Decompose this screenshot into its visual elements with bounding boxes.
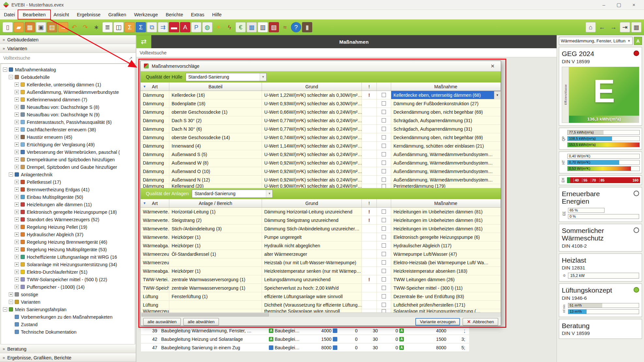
- expand-icon[interactable]: +: [15, 202, 19, 207]
- expand-icon[interactable]: ↗: [129, 56, 132, 61]
- table-row[interactable]: DämmungInnenwand (4)U-Wert 1,14W/(m²K) s…: [141, 142, 501, 150]
- row-checkbox[interactable]: [382, 178, 386, 182]
- cell-massnahme[interactable]: Luftdichtheit prüfen/herstellen (171): [391, 301, 501, 309]
- tree-item[interactable]: −Anlagentechnik: [1, 171, 135, 178]
- row-checkbox[interactable]: [382, 303, 386, 307]
- expand-icon[interactable]: +: [15, 105, 19, 109]
- variant-select[interactable]: Wärmedämmung, Fenster, Lüftun ▼: [559, 37, 633, 45]
- sun-icon[interactable]: ☀: [213, 22, 223, 32]
- cell-massnahme[interactable]: Deckendämmung oben, nicht begehbar (69): [391, 108, 501, 116]
- table-row[interactable]: Dämmungoberste Geschossdecke (14)U-Wert …: [141, 133, 501, 142]
- expand-icon[interactable]: +: [9, 292, 13, 297]
- row-checkbox[interactable]: [382, 294, 386, 298]
- cell-massnahme[interactable]: Außendämmung, Wärmedämmverbundsystem…: [391, 150, 501, 158]
- letter-a-red-icon[interactable]: A: [180, 22, 190, 32]
- collapse-icon[interactable]: −: [3, 307, 7, 311]
- table-row[interactable]: Wärmeabga…Heizkörper (1)Hydraulik nicht …: [141, 241, 501, 250]
- tree-item[interactable]: −Gebäudehülle: [1, 73, 135, 81]
- tree-item[interactable]: Zustand: [1, 321, 135, 328]
- magic-wand-icon[interactable]: ∗: [91, 22, 101, 32]
- expand-icon[interactable]: +: [15, 157, 19, 162]
- row-checkbox[interactable]: [382, 93, 386, 97]
- expand-icon[interactable]: +: [15, 112, 19, 117]
- row-checkbox[interactable]: [382, 210, 386, 214]
- table-row[interactable]: Dämmungoberste Geschossdecke (1)U-Wert 0…: [141, 108, 501, 116]
- main-search-input[interactable]: Volltextsuche: [136, 48, 557, 57]
- cell-massnahme[interactable]: Kerndämmung, schütten oder einblasen (21…: [391, 142, 501, 150]
- menu-item-extras[interactable]: Extras: [187, 10, 208, 19]
- table-row[interactable]: DämmungDach N 30° (6)U-Wert 0,77W/(m²K) …: [141, 125, 501, 133]
- system-quality-select[interactable]: Standard-Sanierung ▼: [192, 190, 273, 198]
- cancel-button[interactable]: ✕Abbrechen: [463, 318, 498, 326]
- table-row[interactable]: LüftungDichtheit (Voraussetzung für effi…: [141, 301, 501, 309]
- door-icon[interactable]: ▮: [302, 22, 312, 32]
- row-checkbox[interactable]: [382, 260, 386, 265]
- cell-massnahme[interactable]: Heizleitungen im Unbeheizten dämmen (81): [391, 224, 501, 233]
- collapse-icon[interactable]: −: [9, 300, 13, 304]
- sidebar-section-beratung[interactable]: » Beratung: [0, 344, 136, 353]
- table-row[interactable]: 47Baubegleitung Sanierung in einem ZugBa…: [141, 343, 469, 352]
- close-button[interactable]: ×: [626, 0, 641, 9]
- cell-massnahme[interactable]: TWW Leitungen dämmen (26): [391, 275, 501, 283]
- collapse-icon[interactable]: −: [3, 67, 7, 72]
- cell-massnahme[interactable]: Außendämmung, Wärmedämmverbundsystem…: [391, 176, 501, 184]
- auto-badge-button[interactable]: A: [634, 37, 642, 45]
- table-row[interactable]: DämmungAußenwand W (8)U-Wert 0,92W/(m²K)…: [141, 159, 501, 167]
- copy-icon[interactable]: ▣: [36, 22, 46, 32]
- column-header-check[interactable]: [377, 82, 391, 91]
- row-checkbox[interactable]: [382, 135, 386, 139]
- tree-item[interactable]: +sonstige: [1, 291, 135, 298]
- cell-massnahme[interactable]: Außendämmung, Wärmedämmverbundsystem…: [391, 167, 501, 175]
- expand-icon[interactable]: +: [15, 247, 19, 252]
- expand-icon[interactable]: +: [15, 255, 19, 259]
- row-checkbox[interactable]: [382, 152, 386, 156]
- menu-item-ergebnisse[interactable]: Ergebnisse: [73, 10, 105, 19]
- table-row[interactable]: 39Baubegleitung Wärmedämmung, Fenster, ……: [141, 326, 469, 335]
- tree-item[interactable]: +Fensteraustausch, Passivhausqualität (6…: [1, 118, 135, 126]
- row-checkbox[interactable]: [382, 118, 386, 123]
- tree-item[interactable]: +TWW-Solarspeicher mittel - (500 l) (22): [1, 276, 135, 283]
- tree-item[interactable]: +Drempel, Spitzboden und Gaube hinzufüge…: [1, 163, 135, 171]
- table-row[interactable]: Wärmeerzeu…Öl-Standardkessel (1)alter Wä…: [141, 250, 501, 258]
- table-row[interactable]: Wärmeverte…Stich-/Anbindeleitung (3)Dämm…: [141, 224, 501, 233]
- tree-item[interactable]: +Kellerdecke, unterseitig dämmen (1): [1, 81, 135, 88]
- row-checkbox[interactable]: [382, 252, 386, 256]
- tree-item[interactable]: +Solaranlage mit Heizungsunterstützung (…: [1, 261, 135, 268]
- column-header-check[interactable]: [377, 199, 391, 207]
- expand-icon[interactable]: +: [15, 82, 19, 87]
- export-folder-icon[interactable]: →: [58, 22, 68, 32]
- select-all-button[interactable]: alle auswählen: [143, 318, 181, 326]
- cell-massnahme[interactable]: Heizleitungen im Unbeheizten dämmen (81): [391, 216, 501, 224]
- expand-icon[interactable]: +: [15, 277, 19, 282]
- cell-massnahme[interactable]: Perimeterdämmung (179): [391, 184, 501, 188]
- calculator-icon[interactable]: ▦: [247, 22, 257, 32]
- globe-icon[interactable]: ◍: [202, 22, 212, 32]
- expand-icon[interactable]: +: [15, 217, 19, 222]
- row-checkbox[interactable]: [382, 101, 386, 106]
- column-header-warn[interactable]: !: [362, 199, 377, 207]
- table-row[interactable]: Wärmeverte…Steigstrang (2)Dämmung Steigs…: [141, 216, 501, 224]
- expand-icon[interactable]: +: [15, 90, 19, 94]
- save-icon[interactable]: ▦: [25, 22, 35, 32]
- table-row[interactable]: LüftungFensterlüftung (1)effiziente Lüft…: [141, 292, 501, 301]
- menu-item-berichte[interactable]: Berichte: [162, 10, 187, 19]
- euro-icon[interactable]: €: [236, 22, 246, 32]
- paste-icon[interactable]: ▤: [47, 22, 57, 32]
- cell-massnahme[interactable]: Kellerdecke eben, unterseitig dämmen (68…: [391, 91, 501, 99]
- cell-massnahme[interactable]: Solaranlage mit Heizungsunterstützung (…: [391, 309, 501, 312]
- row-checkbox[interactable]: [382, 235, 386, 239]
- tree-item[interactable]: +Pufferspeicher - (1000l) (14): [1, 283, 135, 291]
- maximize-button[interactable]: ▢: [611, 0, 626, 9]
- tree-item[interactable]: +Elektronisch geregelte Heizungspumpe (1…: [1, 208, 135, 216]
- cell-massnahme[interactable]: TWW-Speicher mittel - (300 l) (11): [391, 284, 501, 292]
- column-header-bauteil[interactable]: Bauteil: [169, 82, 262, 91]
- create-variant-button[interactable]: Variante erzeugen: [415, 318, 460, 326]
- sort-icon[interactable]: ▼: [143, 85, 146, 88]
- table-row[interactable]: DämmungAußenwand N (12)U-Wert 0,92W/(m²K…: [141, 176, 501, 184]
- cell-massnahme[interactable]: Schrägdach, Aufsparrendämmung (31): [391, 116, 501, 124]
- expand-icon[interactable]: +: [15, 262, 19, 267]
- column-header-anlage[interactable]: Anlage / Bereich: [169, 199, 262, 207]
- expand-icon[interactable]: +: [15, 180, 19, 184]
- table-row[interactable]: DämmungDach S 30° (2)U-Wert 0,77W/(m²K) …: [141, 116, 501, 125]
- table-row[interactable]: Wärmeerzeu…Heizstab (nur mit Luft-Wasser…: [141, 258, 501, 267]
